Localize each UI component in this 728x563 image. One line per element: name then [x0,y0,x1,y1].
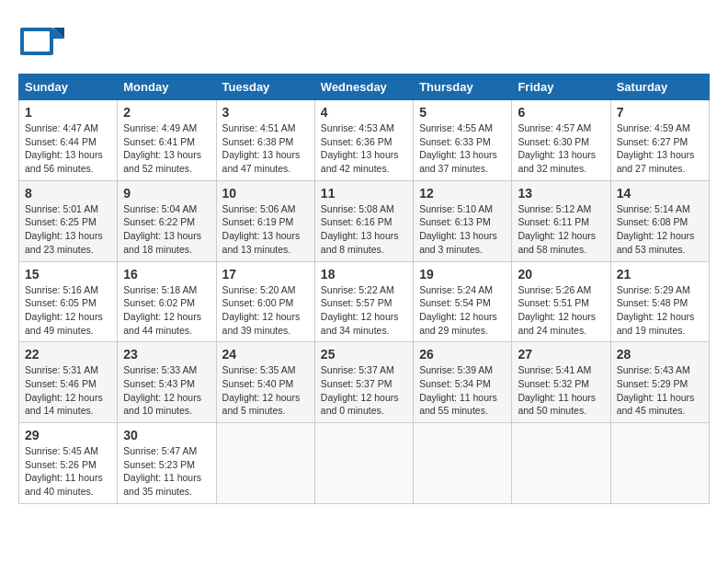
header-saturday: Saturday [610,75,709,100]
day-1: 1Sunrise: 4:47 AMSunset: 6:44 PMDaylight… [19,100,118,181]
table-row: 26Sunrise: 5:39 AMSunset: 5:34 PMDayligh… [414,342,512,423]
calendar-week-1: 8Sunrise: 5:01 AMSunset: 6:25 PMDaylight… [19,180,710,261]
header-thursday: Thursday [414,75,512,100]
table-row [414,423,512,504]
table-row: 9Sunrise: 5:04 AMSunset: 6:22 PMDaylight… [118,180,216,261]
table-row: 17Sunrise: 5:20 AMSunset: 6:00 PMDayligh… [216,261,314,342]
table-row: 4Sunrise: 4:53 AMSunset: 6:36 PMDaylight… [314,100,413,181]
table-row: 11Sunrise: 5:08 AMSunset: 6:16 PMDayligh… [314,180,413,261]
header-tuesday: Tuesday [216,75,314,100]
table-row: 20Sunrise: 5:26 AMSunset: 5:51 PMDayligh… [512,261,610,342]
calendar-week-3: 22Sunrise: 5:31 AMSunset: 5:46 PMDayligh… [19,342,710,423]
calendar-header-row: SundayMondayTuesdayWednesdayThursdayFrid… [19,75,710,100]
table-row: 6Sunrise: 4:57 AMSunset: 6:30 PMDaylight… [512,100,610,181]
table-row: 5Sunrise: 4:55 AMSunset: 6:33 PMDaylight… [414,100,512,181]
header-monday: Monday [118,75,216,100]
page-header [18,18,710,64]
table-row: 28Sunrise: 5:43 AMSunset: 5:29 PMDayligh… [610,342,709,423]
table-row: 30Sunrise: 5:47 AMSunset: 5:23 PMDayligh… [118,423,216,504]
logo [18,18,68,64]
table-row: 14Sunrise: 5:14 AMSunset: 6:08 PMDayligh… [610,180,709,261]
table-row: 19Sunrise: 5:24 AMSunset: 5:54 PMDayligh… [414,261,512,342]
table-row: 13Sunrise: 5:12 AMSunset: 6:11 PMDayligh… [512,180,610,261]
table-row: 29Sunrise: 5:45 AMSunset: 5:26 PMDayligh… [19,423,118,504]
table-row: 25Sunrise: 5:37 AMSunset: 5:37 PMDayligh… [314,342,413,423]
calendar-table: SundayMondayTuesdayWednesdayThursdayFrid… [18,74,710,504]
table-row [314,423,413,504]
table-row: 10Sunrise: 5:06 AMSunset: 6:19 PMDayligh… [216,180,314,261]
calendar-week-2: 15Sunrise: 5:16 AMSunset: 6:05 PMDayligh… [19,261,710,342]
table-row: 15Sunrise: 5:16 AMSunset: 6:05 PMDayligh… [19,261,118,342]
table-row [610,423,709,504]
calendar-week-4: 29Sunrise: 5:45 AMSunset: 5:26 PMDayligh… [19,423,710,504]
table-row: 23Sunrise: 5:33 AMSunset: 5:43 PMDayligh… [118,342,216,423]
header-sunday: Sunday [19,75,118,100]
svg-rect-1 [24,31,50,52]
table-row: 2Sunrise: 4:49 AMSunset: 6:41 PMDaylight… [118,100,216,181]
table-row: 24Sunrise: 5:35 AMSunset: 5:40 PMDayligh… [216,342,314,423]
header-friday: Friday [512,75,610,100]
table-row: 18Sunrise: 5:22 AMSunset: 5:57 PMDayligh… [314,261,413,342]
logo-graphic [18,18,64,64]
calendar-week-0: 1Sunrise: 4:47 AMSunset: 6:44 PMDaylight… [19,100,710,181]
table-row: 3Sunrise: 4:51 AMSunset: 6:38 PMDaylight… [216,100,314,181]
table-row: 8Sunrise: 5:01 AMSunset: 6:25 PMDaylight… [19,180,118,261]
table-row: 21Sunrise: 5:29 AMSunset: 5:48 PMDayligh… [610,261,709,342]
table-row: 12Sunrise: 5:10 AMSunset: 6:13 PMDayligh… [414,180,512,261]
table-row [216,423,314,504]
header-wednesday: Wednesday [314,75,413,100]
table-row: 27Sunrise: 5:41 AMSunset: 5:32 PMDayligh… [512,342,610,423]
table-row: 7Sunrise: 4:59 AMSunset: 6:27 PMDaylight… [610,100,709,181]
table-row [512,423,610,504]
table-row: 16Sunrise: 5:18 AMSunset: 6:02 PMDayligh… [118,261,216,342]
table-row: 22Sunrise: 5:31 AMSunset: 5:46 PMDayligh… [19,342,118,423]
